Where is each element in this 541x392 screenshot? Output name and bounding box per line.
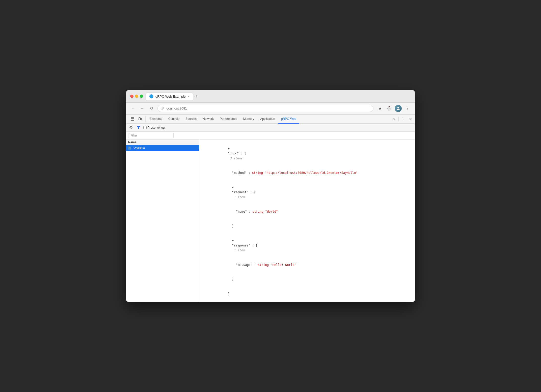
requests-column-header: Name xyxy=(126,139,199,145)
tab-application[interactable]: Application xyxy=(257,115,278,124)
secure-icon: ⓘ xyxy=(161,106,164,110)
preserve-log-checkbox[interactable] xyxy=(143,126,147,129)
back-button[interactable]: ← xyxy=(130,105,136,111)
tab-close-button[interactable]: × xyxy=(188,95,190,98)
svg-rect-4 xyxy=(139,118,140,120)
clear-log-button[interactable] xyxy=(128,125,134,130)
device-toolbar-button[interactable] xyxy=(137,116,143,122)
json-line-3: "name" : string "World" xyxy=(202,204,412,219)
expand-arrow-5[interactable]: ▼ xyxy=(232,238,235,243)
main-content: Elements Console Sources Network Perform… xyxy=(126,114,415,302)
url-bar[interactable]: ⓘ localhost:8081 xyxy=(157,105,373,112)
json-line-5: ▼ "response" : { 1 item xyxy=(202,234,412,258)
devtools-tabs-bar: Elements Console Sources Network Perform… xyxy=(126,115,415,124)
json-line-6: "message" : string "Hello! World" xyxy=(202,258,412,272)
preserve-log-option[interactable]: Preserve log xyxy=(143,126,165,129)
tab-memory[interactable]: Memory xyxy=(240,115,257,124)
json-line-1: "method" : string "http://localhost:8080… xyxy=(202,166,412,180)
devtools-upper-panel: Name SayHello xyxy=(126,139,415,302)
request-type-icon xyxy=(128,147,131,150)
minimize-button[interactable] xyxy=(135,95,138,98)
svg-line-7 xyxy=(130,127,132,128)
tab-title: gRPC-Web Example xyxy=(155,95,186,98)
json-line-4: } xyxy=(202,219,412,234)
menu-icon[interactable]: ⋮ xyxy=(404,105,411,112)
svg-rect-5 xyxy=(141,118,142,120)
devtools-icon-group xyxy=(127,116,146,122)
tab-sources[interactable]: Sources xyxy=(182,115,200,124)
tab-bar: 🌐 gRPC-Web Example × + xyxy=(146,93,411,100)
browser-window: 🌐 gRPC-Web Example × + ← → ↻ ⓘ localhost… xyxy=(126,90,415,302)
traffic-lights xyxy=(130,95,143,98)
browser-toolbar-icons: ★ ⛄ ⋮ xyxy=(376,105,411,112)
svg-rect-11 xyxy=(129,149,129,149)
svg-rect-9 xyxy=(129,148,130,148)
address-bar: ← → ↻ ⓘ localhost:8081 ★ ⛄ ⋮ xyxy=(126,103,415,114)
details-panel: ▼ "grpc" : { 3 items "method" : string "… xyxy=(199,139,415,302)
filter-button[interactable] xyxy=(136,125,141,130)
request-name: SayHello xyxy=(133,146,145,150)
maximize-button[interactable] xyxy=(140,95,143,98)
devtools-body: Name SayHello xyxy=(126,139,415,302)
profile-icon[interactable] xyxy=(395,105,402,112)
json-line-0: ▼ "grpc" : { 3 items xyxy=(202,142,412,166)
tab-grpc-web[interactable]: gRPC-Web xyxy=(278,115,299,124)
reload-button[interactable]: ↻ xyxy=(148,105,154,111)
expand-arrow-0[interactable]: ▼ xyxy=(228,146,231,151)
request-item-sayhello[interactable]: SayHello xyxy=(126,145,199,151)
extension-icon[interactable]: ⛄ xyxy=(386,105,393,112)
tab-performance[interactable]: Performance xyxy=(217,115,240,124)
forward-button[interactable]: → xyxy=(139,105,145,111)
json-line-8: } xyxy=(202,287,412,301)
svg-rect-1 xyxy=(131,118,134,121)
devtools-tabs-right: » ⋮ ✕ xyxy=(391,116,414,122)
filter-input[interactable] xyxy=(128,133,174,138)
bookmark-icon[interactable]: ★ xyxy=(376,105,384,112)
json-line-2: ▼ "request" : { 1 item xyxy=(202,180,412,205)
title-bar: 🌐 gRPC-Web Example × + xyxy=(126,90,415,103)
tab-elements[interactable]: Elements xyxy=(147,115,165,124)
filter-bar xyxy=(126,132,415,139)
close-button[interactable] xyxy=(130,95,133,98)
json-line-7: } xyxy=(202,272,412,287)
inspect-element-button[interactable] xyxy=(129,116,136,122)
svg-rect-10 xyxy=(129,148,130,148)
tab-network[interactable]: Network xyxy=(200,115,217,124)
svg-marker-8 xyxy=(137,126,140,129)
tab-favicon: 🌐 xyxy=(149,94,153,98)
requests-panel: Name SayHello xyxy=(126,139,199,302)
more-tabs-button[interactable]: » xyxy=(391,116,397,122)
browser-tab[interactable]: 🌐 gRPC-Web Example × xyxy=(146,93,193,100)
requests-list: SayHello xyxy=(126,145,199,302)
devtools-toolbar: Preserve log xyxy=(126,124,415,132)
svg-point-0 xyxy=(397,107,399,108)
new-tab-button[interactable]: + xyxy=(194,93,199,99)
devtools-panel: Elements Console Sources Network Perform… xyxy=(126,114,415,302)
devtools-more-button[interactable]: ⋮ xyxy=(400,116,406,122)
url-text: localhost:8081 xyxy=(166,106,187,110)
expand-arrow-2[interactable]: ▼ xyxy=(232,185,235,190)
devtools-close-button[interactable]: ✕ xyxy=(407,116,414,122)
tab-console[interactable]: Console xyxy=(165,115,182,124)
preserve-log-label: Preserve log xyxy=(148,126,165,129)
